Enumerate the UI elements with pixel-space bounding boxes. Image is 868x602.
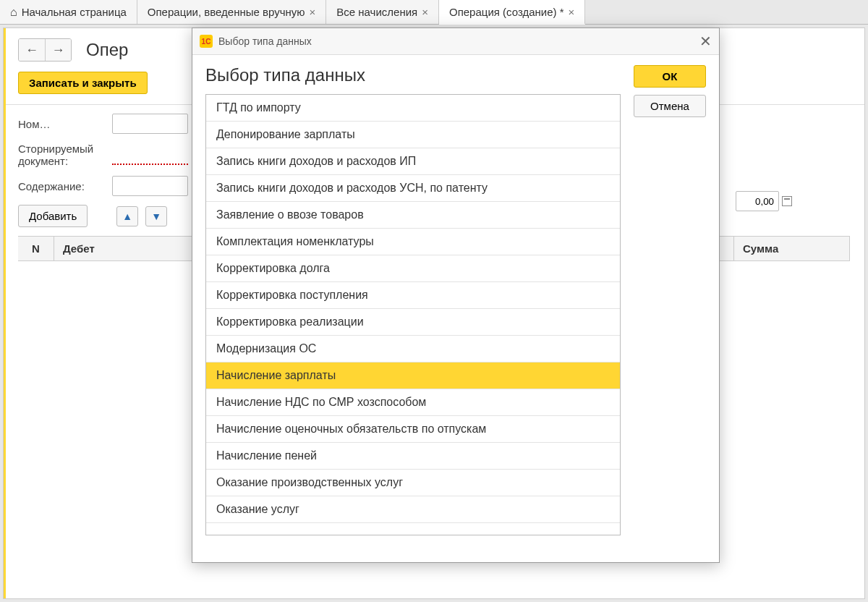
tab-label: Операция (создание) * bbox=[449, 6, 564, 18]
nav-button-group: ← → bbox=[18, 38, 72, 62]
list-item[interactable]: Оказание услуг bbox=[206, 496, 620, 523]
tab[interactable]: Все начисления× bbox=[326, 0, 439, 24]
list-item[interactable]: Начисление НДС по СМР хозспособом bbox=[206, 389, 620, 416]
list-item[interactable]: Запись книги доходов и расходов ИП bbox=[206, 148, 620, 175]
sum-box bbox=[736, 191, 792, 211]
sum-input[interactable] bbox=[736, 191, 779, 211]
save-close-button[interactable]: Записать и закрыть bbox=[18, 72, 148, 94]
home-icon: ⌂ bbox=[10, 6, 17, 19]
number-input[interactable] bbox=[112, 114, 188, 134]
modal-left: Выбор типа данных ГТД по импортуДепониро… bbox=[205, 65, 621, 551]
tab-label: Операции, введенные вручную bbox=[148, 6, 305, 18]
app-logo-icon: 1C bbox=[200, 35, 213, 48]
col-sum: Сумма bbox=[734, 237, 850, 260]
list-item[interactable]: Запись книги доходов и расходов УСН, по … bbox=[206, 175, 620, 202]
tab[interactable]: ⌂Начальная страница bbox=[0, 0, 137, 24]
list-item[interactable]: Депонирование зарплаты bbox=[206, 122, 620, 148]
modal-right: ОК Отмена bbox=[634, 65, 706, 551]
page-title: Опер bbox=[86, 40, 128, 60]
arrow-down-icon: ▼ bbox=[151, 211, 161, 222]
label-number: Ном… bbox=[18, 118, 105, 130]
tab-bar: ⌂Начальная страницаОперации, введенные в… bbox=[0, 0, 868, 25]
tab[interactable]: Операция (создание) *× bbox=[439, 0, 585, 25]
modal-heading: Выбор типа данных bbox=[205, 65, 621, 85]
move-down-button[interactable]: ▼ bbox=[145, 206, 167, 226]
close-icon[interactable]: × bbox=[310, 6, 316, 18]
list-item[interactable]: Корректировка реализации bbox=[206, 309, 620, 336]
list-item[interactable]: Начисление пеней bbox=[206, 443, 620, 470]
list-item[interactable]: Заявление о ввозе товаров bbox=[206, 202, 620, 229]
label-reversed: Сторнируемый документ: bbox=[18, 143, 105, 167]
modal-body: Выбор типа данных ГТД по импортуДепониро… bbox=[192, 55, 719, 564]
list-item[interactable]: Начисление зарплаты bbox=[206, 363, 620, 389]
type-list-scroll[interactable]: ГТД по импортуДепонирование зарплатыЗапи… bbox=[206, 95, 620, 535]
add-button[interactable]: Добавить bbox=[18, 205, 88, 227]
tab[interactable]: Операции, введенные вручную× bbox=[137, 0, 327, 24]
list-item[interactable]: Модернизация ОС bbox=[206, 336, 620, 363]
type-list: ГТД по импортуДепонирование зарплатыЗапи… bbox=[205, 94, 621, 535]
list-item[interactable]: Корректировка долга bbox=[206, 255, 620, 282]
reversed-doc-input[interactable] bbox=[112, 145, 188, 165]
list-item[interactable]: Оказание производственных услуг bbox=[206, 470, 620, 496]
tab-label: Начальная страница bbox=[22, 6, 127, 18]
content-input[interactable] bbox=[112, 176, 188, 196]
label-content: Содержание: bbox=[18, 180, 105, 192]
arrow-up-icon: ▲ bbox=[122, 211, 132, 222]
modal-window-title: Выбор типа данных bbox=[218, 35, 694, 47]
tab-label: Все начисления bbox=[336, 6, 417, 18]
forward-button[interactable]: → bbox=[45, 39, 71, 61]
col-n: N bbox=[18, 237, 54, 260]
accent-stripe bbox=[4, 28, 6, 598]
list-item[interactable]: Комплектация номенклатуры bbox=[206, 229, 620, 255]
ok-button[interactable]: ОК bbox=[634, 65, 706, 88]
modal-close-button[interactable]: ✕ bbox=[699, 33, 712, 50]
list-item[interactable]: Начисление оценочных обязательств по отп… bbox=[206, 416, 620, 443]
calendar-icon[interactable] bbox=[782, 196, 792, 206]
close-icon[interactable]: × bbox=[569, 6, 575, 18]
move-up-button[interactable]: ▲ bbox=[116, 206, 138, 226]
cancel-button[interactable]: Отмена bbox=[634, 95, 706, 117]
close-icon[interactable]: × bbox=[422, 6, 428, 18]
list-item[interactable]: Корректировка поступления bbox=[206, 282, 620, 309]
data-type-modal: 1C Выбор типа данных ✕ Выбор типа данных… bbox=[192, 27, 720, 563]
modal-title-bar: 1C Выбор типа данных ✕ bbox=[192, 28, 719, 55]
back-button[interactable]: ← bbox=[19, 39, 45, 61]
list-item[interactable]: ГТД по импорту bbox=[206, 95, 620, 122]
